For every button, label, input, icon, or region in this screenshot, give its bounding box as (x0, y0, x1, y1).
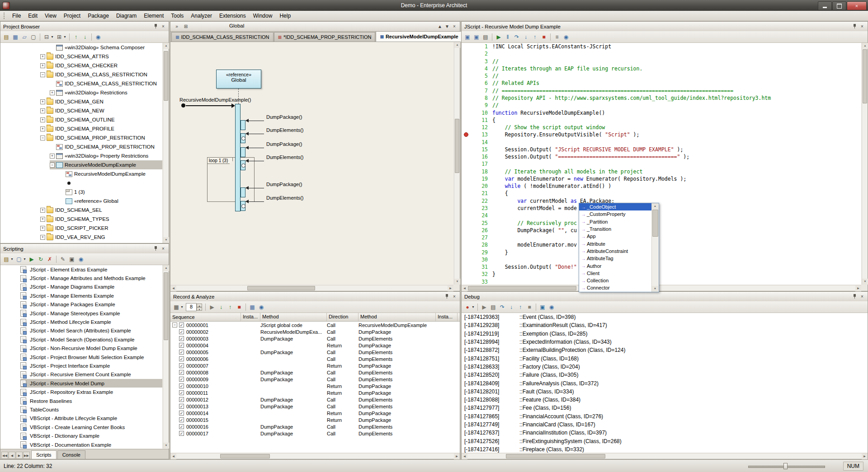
delete-icon[interactable]: ✗ (46, 255, 54, 263)
script-list-item[interactable]: JScript - Project Browser Multi Selectio… (0, 353, 162, 361)
scroll-left-icon[interactable]: ◀ (170, 285, 176, 291)
tree-expander[interactable]: + (40, 208, 45, 213)
menu-item-edit[interactable]: Edit (24, 11, 41, 20)
record-row[interactable]: ✓00000015ReturnDumpPackage (170, 416, 460, 423)
breakpoint-margin[interactable] (462, 248, 472, 256)
pin-button[interactable] (152, 245, 160, 252)
checkbox-icon[interactable]: ✓ (179, 417, 184, 422)
script-list-scrollbar[interactable]: ▲ ▼ (163, 265, 169, 449)
scroll-down-icon[interactable]: ▼ (163, 443, 169, 449)
column-header[interactable]: Method (260, 313, 327, 321)
new-group-icon[interactable]: ▤ (2, 255, 10, 263)
column-header[interactable]: Insta... (241, 313, 260, 321)
tree-item[interactable]: +IDD_SCHEMA_TYPES (0, 215, 162, 224)
minimize-button[interactable] (818, 1, 832, 10)
dropdown-icon[interactable]: ▾ (50, 33, 54, 41)
scroll-up-icon[interactable]: ▲ (652, 203, 658, 209)
script-list-item[interactable]: VBScript - Dictionary Example (0, 431, 162, 440)
autocomplete-item[interactable]: →Attribute (579, 240, 651, 247)
tree-item[interactable]: +RecursiveModelDumpExample (0, 169, 162, 178)
tab-scripts[interactable]: Scripts (31, 450, 57, 459)
save-all-icon[interactable]: ▣ (472, 33, 481, 41)
code-line[interactable]: 10function RecursiveModelDumpExample() (462, 109, 861, 116)
code-line[interactable]: 19 var modelEnumerator = new Enumerator(… (462, 175, 861, 182)
scrollbar-thumb[interactable] (506, 454, 605, 458)
checkbox-icon[interactable]: ✓ (179, 370, 184, 375)
menu-item-file[interactable]: File (9, 11, 24, 20)
diagram-canvas[interactable]: loop 1 (3) «reference» Global RecursiveM… (170, 42, 453, 285)
save-icon[interactable]: ▣ (463, 33, 472, 41)
tree-expander[interactable]: + (40, 54, 45, 59)
code-line[interactable]: 1!INC Local Scripts.EAConstants-JScript (462, 43, 861, 50)
code-line[interactable]: 30 (462, 256, 861, 263)
checkbox-icon[interactable]: ✓ (179, 377, 184, 382)
activation-bar[interactable] (235, 104, 241, 211)
breakpoint-margin[interactable] (462, 50, 472, 57)
script-list-item[interactable]: JScript - Manage Stereotypes Example (0, 309, 162, 318)
message-label[interactable]: DumpElements() (266, 195, 304, 201)
checkbox-icon[interactable]: ✓ (179, 322, 184, 327)
project-tree-scrollbar[interactable]: ▲ ▼ (163, 43, 169, 243)
diagram-tab[interactable]: ▦RecursiveModelDumpExample× (376, 31, 468, 42)
tree-item[interactable]: +IDD_VEA_REV_ENG (0, 233, 162, 242)
scrollbar-thumb[interactable] (863, 49, 867, 103)
found-message-label[interactable]: RecursiveModelDumpExample() (179, 97, 251, 103)
breakpoint-margin[interactable] (462, 175, 472, 182)
tree-item[interactable]: +IDD_SCHEMA_CLASS_RESTRICTION (0, 79, 162, 88)
menu-item-view[interactable]: View (41, 11, 60, 20)
close-diagram-button[interactable]: × (451, 23, 458, 30)
record-hscrollbar[interactable]: ◀ ▶ (170, 453, 460, 459)
tree-item[interactable]: +IDD_SCHEMA_SEL (0, 206, 162, 215)
code-line[interactable]: 31 Session.Output( "Done!" (462, 263, 861, 271)
step-into-icon[interactable]: ↓ (522, 33, 530, 41)
tab-scroll-last-icon[interactable]: ▶▶ (23, 452, 30, 459)
breakpoint-margin[interactable] (462, 94, 472, 102)
scroll-right-icon[interactable]: ▶ (454, 453, 460, 459)
record-row[interactable]: ✓00000005DumpPackageCallDumpElements (170, 349, 460, 355)
properties-icon[interactable]: ▢ (29, 33, 38, 41)
column-header[interactable]: Direction (327, 313, 359, 321)
breakpoint-margin[interactable] (462, 146, 472, 153)
debug-hscrollbar[interactable]: ◀ ▶ (462, 453, 868, 459)
scroll-tabs-down-icon[interactable]: ▼ (443, 23, 451, 30)
dropdown-icon[interactable]: ▾ (23, 255, 27, 263)
step-out-icon[interactable]: ↑ (226, 303, 234, 311)
tree-expander[interactable]: + (40, 63, 45, 68)
debug-row[interactable]: [-1874128633]::Factory (Class, ID=204) (462, 363, 868, 371)
help-icon[interactable]: ◉ (257, 303, 265, 311)
debug-row[interactable]: [-1874129363]::Event (Class, ID=398) (462, 313, 868, 321)
script-list-item[interactable]: JScript - Element Extras Example (0, 265, 162, 274)
scrollbar-thumb[interactable] (468, 286, 576, 290)
loop-fragment[interactable]: loop 1 (3) (207, 157, 255, 202)
help-icon[interactable]: ◉ (547, 303, 556, 311)
close-panel-button[interactable]: × (859, 23, 866, 30)
autocomplete-item[interactable]: →_Partition (579, 218, 651, 225)
tree-item[interactable]: +IDD_SCHEMA_NEW (0, 106, 162, 115)
breakpoint-margin[interactable] (462, 124, 472, 131)
message-label[interactable]: DumpElements() (266, 154, 304, 160)
pause-icon[interactable]: ‖ (504, 33, 512, 41)
breakpoint-margin[interactable] (462, 160, 472, 168)
checkbox-icon[interactable]: ✓ (179, 404, 184, 409)
pin-button[interactable] (851, 23, 859, 30)
script-list-item[interactable]: VBScript - Create Learning Center Books (0, 423, 162, 431)
checkbox-icon[interactable]: ✓ (179, 363, 184, 368)
step-over-icon[interactable]: ↷ (513, 33, 521, 41)
script-list-item[interactable]: JScript - Manage Attributes and Methods … (0, 274, 162, 282)
hierarchy-icon[interactable]: ⊟ (42, 33, 51, 41)
breakpoint-margin[interactable] (462, 190, 472, 197)
help-icon[interactable]: ◉ (562, 33, 570, 41)
breakpoint-margin[interactable] (462, 72, 472, 79)
script-list-item[interactable]: JScript - Manage Packages Example (0, 300, 162, 309)
debug-row[interactable]: [-1874128520]::Failure (Class, ID=305) (462, 371, 868, 379)
code-line[interactable]: 3// (462, 58, 861, 65)
tree-item[interactable]: +IDD_SCHEMA_PROP_RESTRICTION (0, 142, 162, 151)
code-lines[interactable]: 1!INC Local Scripts.EAConstants-JScript2… (462, 43, 861, 285)
move-up-icon[interactable]: ↑ (72, 33, 80, 41)
code-line[interactable]: 13 Repository.EnsureOutputVisible( "Scri… (462, 131, 861, 138)
scrollbar-thumb[interactable] (455, 119, 459, 173)
menu-item-project[interactable]: Project (60, 11, 84, 20)
close-panel-button[interactable]: × (859, 293, 866, 300)
message-label[interactable]: DumpElements() (266, 127, 304, 133)
scroll-left-icon[interactable]: ◀ (170, 453, 176, 459)
